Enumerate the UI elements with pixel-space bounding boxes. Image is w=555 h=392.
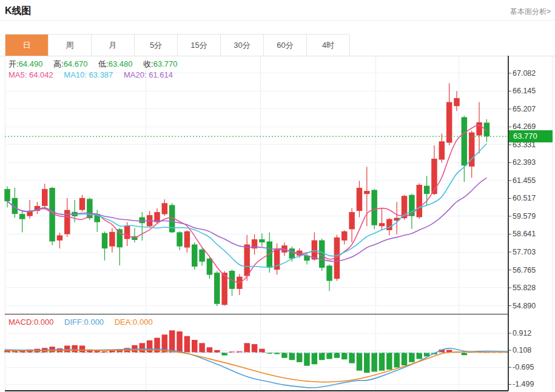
ma20-readout: MA20: 61.614 — [124, 70, 173, 79]
y-axis-label: 60.517 — [513, 194, 536, 202]
low-label: 低: — [98, 59, 109, 68]
y-axis-label: 56.765 — [513, 267, 536, 274]
y-axis-label: 62.393 — [513, 159, 536, 166]
diff-line — [5, 348, 508, 388]
high-value: 64.670 — [64, 59, 88, 68]
y-axis-label: 65.207 — [513, 105, 536, 113]
close-label: 收: — [143, 59, 153, 68]
macd-readout: MACD:0.000 DIFF:0.000 DEA:0.000 — [8, 317, 161, 327]
high-label: 高: — [53, 59, 64, 68]
macd-value: MACD:0.000 — [8, 317, 53, 327]
dea-value: DEA:0.000 — [115, 317, 153, 327]
y-axis-label: 61.455 — [513, 177, 536, 184]
ohlc-readout: 开:64.490 高:64.670 低:63.480 收:63.770 — [8, 59, 186, 70]
ma-readout: MA5: 64.042 MA10: 63.387 MA20: 61.614 — [8, 70, 181, 79]
macd-axis-label: 0.912 — [513, 330, 531, 337]
open-label: 开: — [8, 59, 19, 68]
y-axis-label: 55.828 — [513, 284, 536, 291]
close-value: 63.770 — [153, 59, 178, 68]
y-axis-label: 58.641 — [513, 230, 536, 238]
macd-axis-label: -1.499 — [513, 380, 534, 388]
open-value: 64.490 — [19, 59, 43, 68]
ma5-readout: MA5: 64.042 — [8, 70, 53, 79]
current-price-tag: 63.770 — [509, 130, 553, 142]
kline-app: K线图 基本面分析> 日 周 月 5分 15分 30分 60分 4时 开:64.… — [0, 0, 555, 392]
y-axis-label: 67.082 — [513, 70, 536, 77]
diff-value: DIFF:0.000 — [64, 317, 104, 327]
y-axis-label: 57.703 — [513, 248, 536, 256]
macd-axis-label: -0.695 — [513, 364, 534, 371]
y-axis-label: 66.145 — [513, 87, 536, 95]
y-axis-label: 64.269 — [513, 123, 536, 130]
low-value: 63.480 — [109, 59, 133, 68]
macd-axis-label: 0.108 — [513, 347, 531, 354]
y-axis-label: 59.579 — [513, 213, 536, 220]
ma10-readout: MA10: 63.387 — [64, 70, 113, 79]
y-axis-label: 54.890 — [513, 302, 536, 310]
